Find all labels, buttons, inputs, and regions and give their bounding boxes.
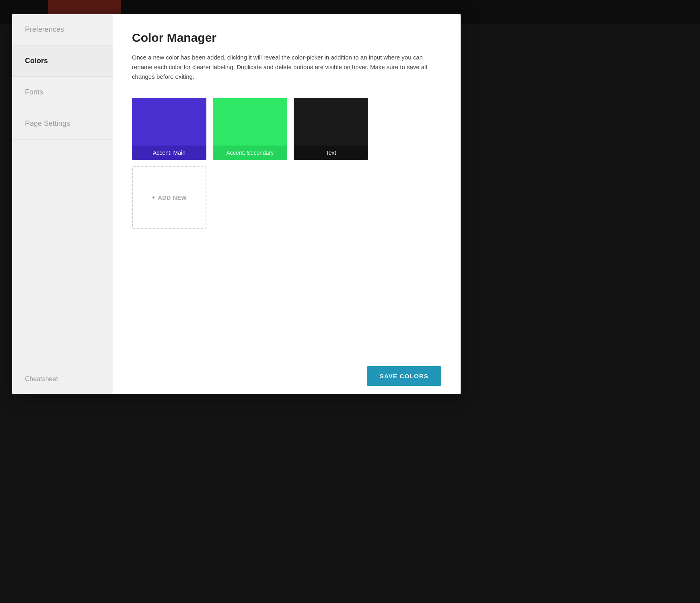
page-title: Color Manager [132,31,441,45]
save-colors-button[interactable]: SAVE COLORS [367,366,441,386]
swatch-color-accent-main [132,98,206,146]
swatch-label-accent-main: Accent: Main [132,146,206,160]
swatch-color-accent-secondary [213,98,287,146]
color-swatch-accent-main[interactable]: Accent: Main [132,98,206,160]
description-text: Once a new color has been added, clickin… [132,53,430,82]
main-footer: SAVE COLORS [113,358,461,394]
plus-icon: + [152,194,156,201]
main-body: Color Manager Once a new color has been … [113,14,461,358]
sidebar-item-preferences[interactable]: Preferences [12,14,113,45]
add-new-label: ADD NEW [158,195,187,201]
main-panel: Color Manager Once a new color has been … [113,14,461,394]
sidebar-item-fonts[interactable]: Fonts [12,77,113,108]
color-swatch-text[interactable]: Text [294,98,368,160]
sidebar-item-page-settings[interactable]: Page Settings [12,108,113,139]
swatch-color-text [294,98,368,146]
modal: Preferences Colors Fonts Page Settings C… [12,14,461,394]
sidebar-nav: Preferences Colors Fonts Page Settings [12,14,113,364]
swatch-label-accent-secondary: Accent: Secondary [213,146,287,160]
sidebar: Preferences Colors Fonts Page Settings C… [12,14,113,394]
add-new-button[interactable]: + ADD NEW [132,166,206,229]
sidebar-item-colors[interactable]: Colors [12,45,113,77]
cheatsheet-link[interactable]: Cheatsheet [25,375,100,383]
sidebar-footer: Cheatsheet [12,364,113,394]
color-swatch-accent-secondary[interactable]: Accent: Secondary [213,98,287,160]
color-grid: Accent: Main Accent: Secondary Text + AD… [132,98,441,229]
swatch-label-text: Text [294,146,368,160]
